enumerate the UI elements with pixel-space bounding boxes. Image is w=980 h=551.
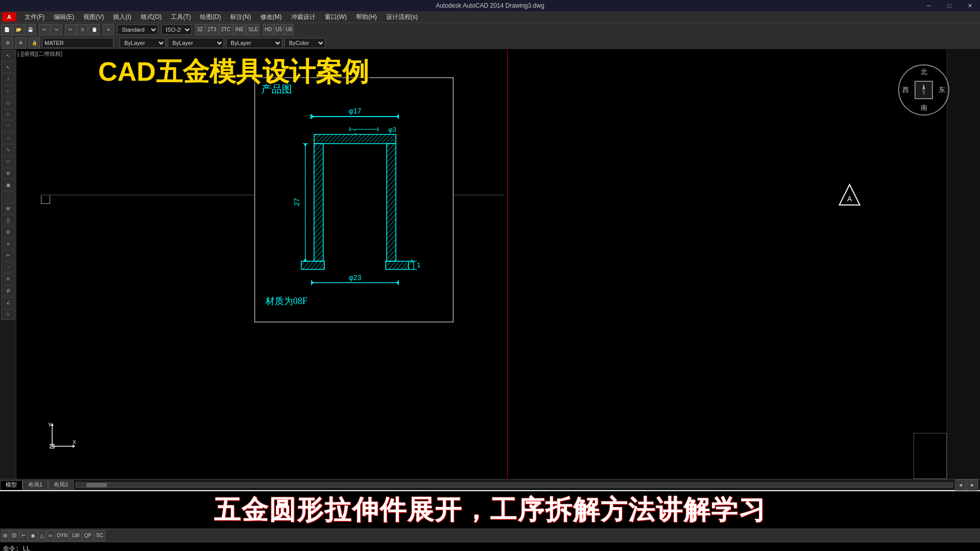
tool-select2[interactable]: ↖ (1, 62, 15, 73)
layer-manager-btn[interactable]: ⚙ (2, 37, 13, 49)
qp-btn[interactable]: QP (82, 530, 94, 541)
tool-point[interactable]: · (1, 191, 15, 202)
tb-style-select[interactable]: Standard (117, 25, 158, 35)
tool-dim-linear[interactable]: ⊢ (1, 250, 15, 261)
layer-lock-btn[interactable]: 🔒 (29, 37, 40, 49)
tb-matchprop[interactable]: ≡ (103, 24, 114, 35)
menu-help[interactable]: 帮助(H) (352, 12, 381, 22)
tab-layout1[interactable]: 布局1 (23, 480, 48, 490)
svg-text:Y: Y (48, 422, 52, 428)
tool-gradient[interactable]: ▒ (1, 215, 15, 226)
tool-dim-radius[interactable]: R (1, 273, 15, 285)
maximize-btn[interactable]: □ (939, 0, 960, 11)
minimize-btn[interactable]: ─ (919, 0, 939, 11)
tool-ellipse[interactable]: ⬭ (1, 156, 15, 167)
svg-line-28 (362, 134, 370, 143)
tb-cut[interactable]: ✂ (65, 24, 76, 35)
tb-2t3[interactable]: 2T3 (206, 24, 218, 35)
menu-draw[interactable]: 绘图(D) (196, 12, 225, 22)
tab-layout2[interactable]: 布局2 (48, 480, 74, 490)
lineweight-dropdown[interactable]: ByLayer (226, 38, 282, 48)
menu-window[interactable]: 窗口(W) (321, 12, 351, 22)
tab-model[interactable]: 模型 (0, 480, 23, 490)
svg-line-45 (314, 173, 323, 183)
tool-dim-angle[interactable]: ∠ (1, 297, 15, 308)
tb-ine[interactable]: INE (233, 24, 246, 35)
app-icon[interactable]: A (2, 12, 16, 21)
tb-copy[interactable]: ⎘ (77, 24, 88, 35)
tb-paste[interactable]: 📋 (88, 24, 100, 35)
dyn-btn[interactable]: DYN (55, 530, 70, 541)
color-dropdown[interactable]: ByLayer (120, 38, 166, 48)
tool-hatch[interactable]: ⊠ (1, 203, 15, 214)
tb-u6[interactable]: U6 (284, 24, 294, 35)
tb-new[interactable]: 📄 (1, 24, 12, 35)
tb-u5[interactable]: U5 (274, 24, 284, 35)
tool-spline[interactable]: ∿ (1, 144, 15, 155)
tool-insert[interactable]: ⊞ (1, 168, 15, 179)
tool-dim-align[interactable]: ⟋ (1, 262, 15, 273)
menu-format[interactable]: 格式(O) (137, 12, 166, 22)
menu-tools[interactable]: 工具(T) (167, 12, 195, 22)
grid-btn[interactable]: 田 (10, 530, 19, 541)
layer-name-input[interactable] (42, 38, 114, 48)
otrack-btn[interactable]: ∞ (47, 530, 54, 541)
tb-sle[interactable]: SLE (246, 24, 260, 35)
menu-view[interactable]: 视图(V) (79, 12, 108, 22)
lw-btn[interactable]: LW (70, 530, 81, 541)
close-btn[interactable]: ✕ (960, 0, 980, 11)
tb-3z[interactable]: 3Z (195, 24, 205, 35)
canvas-area[interactable]: [-][俯视][二维线框] CAD五金模具设计案例 北 南 东 西 A (16, 49, 980, 479)
svg-line-17 (317, 134, 325, 143)
menu-punch[interactable]: 冲裁设计 (287, 12, 320, 22)
tb-redo[interactable]: ↪ (51, 24, 62, 35)
svg-marker-1 (922, 90, 925, 96)
sc-btn[interactable]: SC (94, 530, 105, 541)
tool-select[interactable]: ↖ (1, 50, 15, 61)
svg-line-34 (386, 134, 394, 143)
tool-arc[interactable]: ◠ (1, 121, 15, 132)
tool-line[interactable]: / (1, 74, 15, 85)
svg-line-51 (314, 203, 323, 214)
tool-polyline[interactable]: ⌐ (1, 85, 15, 97)
menu-file[interactable]: 文件(F) (20, 12, 49, 22)
menu-modify[interactable]: 修改(M) (256, 12, 286, 22)
tool-dim-diameter[interactable]: Ø (1, 285, 15, 296)
tool-block[interactable]: ▣ (1, 179, 15, 191)
svg-line-93 (307, 261, 314, 269)
tool-rect[interactable]: □ (1, 109, 15, 120)
tb-scale-select[interactable]: ISO-25 (161, 25, 192, 35)
menu-dim[interactable]: 标注(N) (226, 12, 255, 22)
scroll-left-btn[interactable]: ◄ (955, 479, 966, 491)
toolbar-row-1: 📄 📂 💾 ↩ ↪ ✂ ⎘ 📋 ≡ Standard ISO-25 3Z 2T3… (0, 22, 980, 36)
tb-open[interactable]: 📂 (13, 24, 24, 35)
svg-line-32 (378, 134, 386, 143)
menu-edit[interactable]: 编辑(E) (50, 12, 78, 22)
tool-table[interactable]: ⊞ (1, 226, 15, 238)
plotstyle-dropdown[interactable]: ByColor (284, 38, 325, 48)
osnap-btn[interactable]: △ (38, 530, 46, 541)
ortho-btn[interactable]: ⊢ (19, 530, 28, 541)
svg-text:X: X (73, 440, 76, 445)
svg-rect-14 (314, 134, 396, 144)
tool-circle[interactable]: ○ (1, 132, 15, 144)
snap-btn[interactable]: ⊞ (1, 530, 9, 541)
tool-multiline-text[interactable]: A (1, 238, 15, 249)
menu-workflow[interactable]: 设计流程(s) (382, 12, 422, 22)
layer-freeze-btn[interactable]: ❄ (15, 37, 27, 49)
tb-save[interactable]: 💾 (25, 24, 36, 35)
tool-leader[interactable]: ⤷ (1, 309, 15, 320)
right-panel (947, 49, 980, 479)
tool-polygon[interactable]: ⬡ (1, 97, 15, 108)
tb-hd[interactable]: HD (263, 24, 273, 35)
scrollbar-thumb-h[interactable] (86, 483, 107, 487)
polar-btn[interactable]: ◉ (29, 530, 37, 541)
linetype-dropdown[interactable]: ByLayer (168, 38, 224, 48)
tb-undo[interactable]: ↩ (39, 24, 50, 35)
vertical-guide-line (507, 49, 508, 479)
svg-line-58 (314, 239, 323, 249)
horizontal-scrollbar[interactable] (76, 483, 953, 488)
tb-2tc[interactable]: 2TC (219, 24, 233, 35)
menu-insert[interactable]: 插入(I) (109, 12, 135, 22)
scroll-right-btn[interactable]: ► (967, 479, 978, 491)
